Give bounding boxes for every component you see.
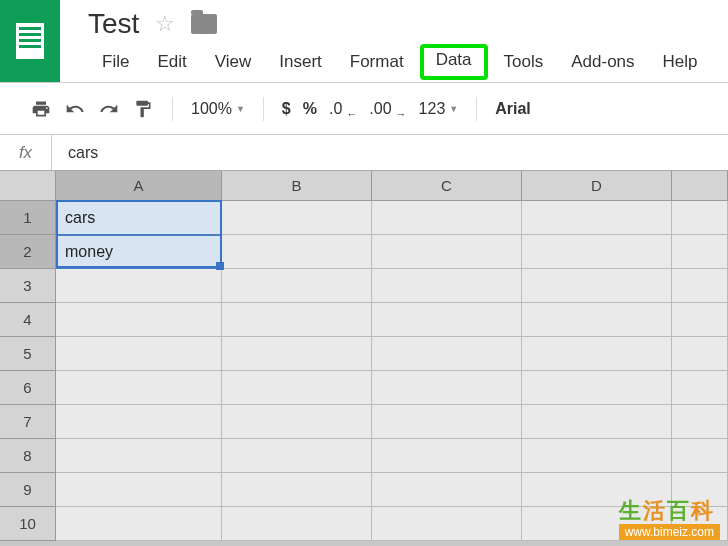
menu-bar: File Edit View Insert Format Data Tools …	[88, 48, 728, 76]
menu-format[interactable]: Format	[336, 48, 418, 76]
cell-e8[interactable]	[672, 439, 728, 473]
row-header-4[interactable]: 4	[0, 303, 56, 337]
cell-b7[interactable]	[222, 405, 372, 439]
col-header-e[interactable]	[672, 171, 728, 201]
cell-e4[interactable]	[672, 303, 728, 337]
cell-c5[interactable]	[372, 337, 522, 371]
cell-a10[interactable]	[56, 507, 222, 541]
chevron-down-icon: ▼	[449, 104, 458, 114]
cell-c3[interactable]	[372, 269, 522, 303]
currency-button[interactable]: $	[282, 100, 291, 118]
cell-b5[interactable]	[222, 337, 372, 371]
folder-icon[interactable]	[191, 14, 217, 34]
watermark-char: 生	[619, 496, 641, 526]
cell-b3[interactable]	[222, 269, 372, 303]
menu-data[interactable]: Data	[420, 44, 488, 80]
cell-a4[interactable]	[56, 303, 222, 337]
col-header-c[interactable]: C	[372, 171, 522, 201]
menu-help[interactable]: Help	[649, 48, 712, 76]
menu-view[interactable]: View	[201, 48, 266, 76]
cell-a7[interactable]	[56, 405, 222, 439]
percent-button[interactable]: %	[303, 100, 317, 118]
cell-d2[interactable]	[522, 235, 672, 269]
cell-b2[interactable]	[222, 235, 372, 269]
document-title[interactable]: Test	[88, 8, 139, 40]
formula-input[interactable]: cars	[52, 144, 728, 162]
cell-a6[interactable]	[56, 371, 222, 405]
row-header-1[interactable]: 1	[0, 201, 56, 235]
cell-e2[interactable]	[672, 235, 728, 269]
col-header-d[interactable]: D	[522, 171, 672, 201]
zoom-value: 100%	[191, 100, 232, 118]
cell-d7[interactable]	[522, 405, 672, 439]
cell-c8[interactable]	[372, 439, 522, 473]
cell-d8[interactable]	[522, 439, 672, 473]
cell-c4[interactable]	[372, 303, 522, 337]
col-header-a[interactable]: A	[56, 171, 222, 201]
cell-b4[interactable]	[222, 303, 372, 337]
cell-d3[interactable]	[522, 269, 672, 303]
cell-c10[interactable]	[372, 507, 522, 541]
cell-b1[interactable]	[222, 201, 372, 235]
cell-a1[interactable]: cars	[56, 201, 222, 235]
formula-bar: fx cars	[0, 135, 728, 171]
cell-a8[interactable]	[56, 439, 222, 473]
fx-label[interactable]: fx	[0, 135, 52, 170]
row-header-9[interactable]: 9	[0, 473, 56, 507]
cell-d1[interactable]	[522, 201, 672, 235]
chevron-down-icon: ▼	[236, 104, 245, 114]
row-header-10[interactable]: 10	[0, 507, 56, 541]
cell-c7[interactable]	[372, 405, 522, 439]
cell-b9[interactable]	[222, 473, 372, 507]
cell-e5[interactable]	[672, 337, 728, 371]
spreadsheet-grid: A B C D 1 cars 2 money 3 4 5	[0, 171, 728, 541]
undo-icon[interactable]	[64, 98, 86, 120]
paint-format-icon[interactable]	[132, 98, 154, 120]
menu-insert[interactable]: Insert	[265, 48, 336, 76]
row-header-5[interactable]: 5	[0, 337, 56, 371]
menu-edit[interactable]: Edit	[143, 48, 200, 76]
row-header-3[interactable]: 3	[0, 269, 56, 303]
cell-b6[interactable]	[222, 371, 372, 405]
menu-file[interactable]: File	[88, 48, 143, 76]
row-header-6[interactable]: 6	[0, 371, 56, 405]
arrow-left-icon: ←	[346, 108, 357, 120]
cell-a2[interactable]: money	[56, 235, 222, 269]
sheets-logo[interactable]	[0, 0, 60, 82]
font-dropdown[interactable]: Arial	[495, 100, 531, 118]
cell-e7[interactable]	[672, 405, 728, 439]
cell-b8[interactable]	[222, 439, 372, 473]
cell-d6[interactable]	[522, 371, 672, 405]
star-icon[interactable]: ☆	[155, 11, 175, 37]
increase-decimal-button[interactable]: .00 →	[369, 100, 406, 118]
watermark-char: 百	[667, 496, 689, 526]
cell-a5[interactable]	[56, 337, 222, 371]
number-format-label: 123	[419, 100, 446, 118]
menu-tools[interactable]: Tools	[490, 48, 558, 76]
col-header-b[interactable]: B	[222, 171, 372, 201]
cell-d5[interactable]	[522, 337, 672, 371]
watermark-url: www.bimeiz.com	[619, 524, 720, 540]
row-header-8[interactable]: 8	[0, 439, 56, 473]
cell-d4[interactable]	[522, 303, 672, 337]
row-header-2[interactable]: 2	[0, 235, 56, 269]
cell-b10[interactable]	[222, 507, 372, 541]
cell-c9[interactable]	[372, 473, 522, 507]
decrease-decimal-label: .0	[329, 100, 342, 118]
cell-e1[interactable]	[672, 201, 728, 235]
cell-a9[interactable]	[56, 473, 222, 507]
select-all-corner[interactable]	[0, 171, 56, 201]
redo-icon[interactable]	[98, 98, 120, 120]
cell-e6[interactable]	[672, 371, 728, 405]
cell-c2[interactable]	[372, 235, 522, 269]
print-icon[interactable]	[30, 98, 52, 120]
number-format-dropdown[interactable]: 123 ▼	[419, 100, 459, 118]
cell-c6[interactable]	[372, 371, 522, 405]
cell-c1[interactable]	[372, 201, 522, 235]
row-header-7[interactable]: 7	[0, 405, 56, 439]
cell-a3[interactable]	[56, 269, 222, 303]
menu-addons[interactable]: Add-ons	[557, 48, 648, 76]
zoom-dropdown[interactable]: 100% ▼	[191, 100, 245, 118]
cell-e3[interactable]	[672, 269, 728, 303]
decrease-decimal-button[interactable]: .0 ←	[329, 100, 357, 118]
